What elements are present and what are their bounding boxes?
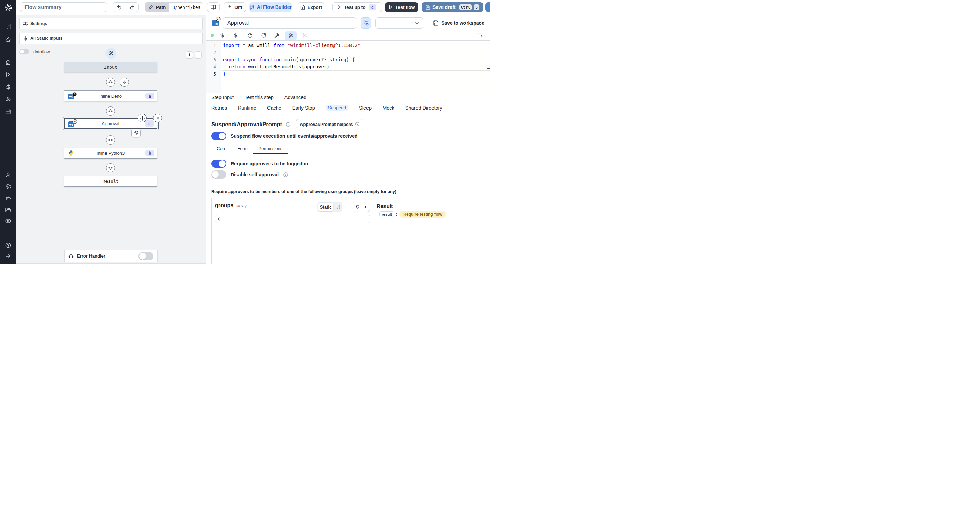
refresh-icon[interactable]	[261, 33, 266, 38]
play-icon[interactable]	[5, 72, 11, 78]
eye-icon[interactable]	[5, 218, 11, 224]
ai-gen-button[interactable]	[285, 31, 297, 40]
flow-node-input[interactable]: Input	[64, 62, 157, 72]
delete-node-button[interactable]	[153, 114, 162, 122]
home-icon[interactable]	[5, 60, 11, 65]
help-icon[interactable]	[5, 243, 11, 248]
error-handler-toggle[interactable]	[138, 252, 153, 260]
approval-helpers-label: Approval/Prompt helpers	[300, 122, 353, 127]
dollar-vars-icon[interactable]	[233, 33, 239, 38]
tab-mock[interactable]: Mock	[377, 102, 400, 113]
help-icon	[355, 122, 360, 127]
diff-button[interactable]: Diff	[224, 2, 246, 12]
code-editor[interactable]: 12345 import * as wmill from "windmill-c…	[206, 41, 490, 92]
user-icon[interactable]	[5, 172, 11, 178]
connect-result-button[interactable]	[353, 202, 370, 212]
file-export-icon	[300, 5, 305, 10]
groups-field-name: groups	[215, 202, 234, 208]
panel-split-divider[interactable]	[205, 15, 206, 264]
add-step-button[interactable]	[106, 78, 115, 87]
move-node-button[interactable]	[138, 114, 147, 122]
editor-toolbar	[206, 30, 490, 41]
javascript-segment[interactable]	[334, 202, 342, 211]
suspend-phone-button[interactable]	[361, 17, 371, 29]
zoom-out-button[interactable]	[195, 51, 202, 59]
result-title: Result	[377, 203, 393, 209]
current-line-highlight	[221, 70, 490, 77]
play-icon	[388, 5, 393, 10]
deploy-button-partial[interactable]	[485, 2, 490, 12]
all-static-inputs-button[interactable]: All Static Inputs	[19, 33, 203, 44]
result-key-chip[interactable]: result	[379, 211, 395, 217]
dollar-icon[interactable]	[5, 84, 11, 90]
boxes-icon[interactable]	[5, 96, 11, 102]
calendar-icon[interactable]	[5, 108, 11, 114]
tab-core[interactable]: Core	[211, 143, 232, 154]
ai-flow-builder-button[interactable]: AI Flow Builder	[250, 2, 292, 12]
cross-icon	[108, 80, 113, 85]
tab-shared-directory[interactable]: Shared Directory	[400, 102, 448, 113]
windmill-logo[interactable]	[4, 3, 13, 12]
sidebar-divider	[0, 15, 16, 15]
ai-graph-wand-button[interactable]	[105, 48, 116, 59]
tab-step-input[interactable]: Step Input	[206, 92, 239, 102]
wand-off-icon[interactable]	[302, 33, 307, 38]
tab-advanced[interactable]: Advanced	[279, 92, 312, 102]
save-to-workspace-button[interactable]: Save to workspace	[433, 17, 484, 29]
groups-array-input[interactable]	[215, 215, 370, 223]
flow-node-inline-python[interactable]: Inline Python3 b	[64, 148, 157, 159]
export-button[interactable]: Export	[298, 2, 324, 12]
gear-icon[interactable]	[5, 184, 11, 189]
package-icon[interactable]	[247, 33, 253, 38]
info-icon[interactable]	[285, 122, 291, 127]
cross-icon	[108, 108, 113, 114]
settings-button[interactable]: Settings	[19, 18, 203, 29]
tab-test-this-step[interactable]: Test this step	[239, 92, 279, 102]
tab-runtime[interactable]: Runtime	[232, 102, 262, 113]
book-icon	[211, 5, 216, 10]
redo-button[interactable]	[126, 3, 138, 11]
suspend-toggle[interactable]	[211, 132, 226, 140]
add-step-button[interactable]	[106, 163, 115, 172]
tab-cache[interactable]: Cache	[262, 102, 287, 113]
tab-permissions[interactable]: Permissions	[253, 143, 288, 154]
folder-icon[interactable]	[5, 207, 11, 213]
step-name-input[interactable]: Approval	[223, 17, 356, 29]
flow-node-result[interactable]: Result	[64, 175, 157, 187]
star-icon[interactable]	[5, 37, 11, 43]
path-label: Path	[156, 5, 166, 10]
path-edit-segment[interactable]: Path	[145, 3, 169, 11]
approval-helpers-button[interactable]: Approval/Prompt helpers	[296, 119, 363, 129]
tab-retries[interactable]: Retries	[206, 102, 232, 113]
info-icon[interactable]	[283, 172, 288, 177]
static-segment[interactable]: Static	[318, 202, 334, 211]
flow-summary-input[interactable]: Flow summary	[20, 2, 107, 12]
building-icon[interactable]	[5, 24, 11, 30]
dataflow-toggle[interactable]	[19, 49, 29, 54]
undo-button[interactable]	[113, 3, 126, 11]
flow-node-inline-deno[interactable]: TS Inline Deno a	[64, 91, 157, 102]
tab-suspend[interactable]: Suspend	[321, 102, 353, 113]
tab-sleep[interactable]: Sleep	[353, 102, 377, 113]
indent-guide	[223, 63, 223, 70]
path-control[interactable]: Path u/henri/bes	[145, 2, 204, 12]
test-up-to-button[interactable]: Test up to c	[332, 2, 382, 12]
format-brush-icon[interactable]	[274, 33, 280, 38]
arrow-right-icon[interactable]	[5, 253, 11, 259]
require-login-toggle[interactable]	[211, 159, 226, 168]
save-draft-button[interactable]: Save draft Ctrl S	[422, 2, 483, 12]
add-step-button[interactable]	[106, 135, 115, 145]
bot-icon[interactable]	[5, 196, 11, 201]
docs-button[interactable]	[207, 2, 220, 12]
disable-self-approval-toggle[interactable]	[211, 170, 226, 179]
add-trigger-button[interactable]	[120, 78, 129, 87]
step-detail-panel: TS Approval Save to workspace	[206, 15, 490, 264]
tab-form[interactable]: Form	[232, 143, 253, 154]
test-flow-button[interactable]: Test flow	[385, 2, 418, 12]
tab-early-stop[interactable]: Early Stop	[287, 102, 321, 113]
script-version-select[interactable]	[375, 17, 423, 29]
dollar-assets-icon[interactable]	[220, 33, 225, 38]
library-icon[interactable]	[477, 33, 483, 38]
add-step-button[interactable]	[106, 107, 115, 116]
zoom-in-button[interactable]	[186, 51, 193, 59]
